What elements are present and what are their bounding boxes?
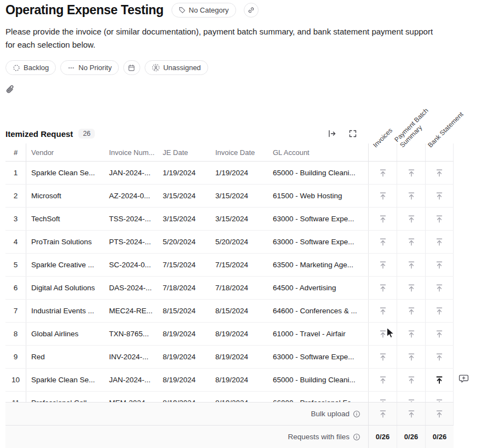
table-row: 8 Global Airlines TXN-8765... 8/19/2024 … xyxy=(5,323,454,346)
upload-bank-statement-button[interactable] xyxy=(425,323,454,345)
status-chip[interactable]: Backlog xyxy=(5,60,56,75)
table-row: 10 Sparkle Clean Se... JAN-2024-... 8/19… xyxy=(5,369,454,392)
table-row: 6 Digital Ad Solutions DAS-2024-... 7/18… xyxy=(5,277,454,300)
link-icon xyxy=(248,7,255,14)
upload-icon xyxy=(379,284,387,292)
bulk-upload-payment-batch-button[interactable] xyxy=(397,403,425,425)
cell-gl-account: 61000 - Travel - Airfair xyxy=(268,323,368,345)
upload-invoices-button[interactable] xyxy=(368,369,397,391)
cell-invoice-num: PTS-2024-... xyxy=(104,231,158,253)
cell-vendor: Sparkle Clean Se... xyxy=(26,369,104,391)
cell-invoice-num: TXN-8765... xyxy=(104,323,158,345)
upload-bank-statement-button[interactable] xyxy=(425,254,454,276)
cell-invoice-num: MEM-2024... xyxy=(104,392,158,402)
bulk-upload-label: Bulk upload xyxy=(311,410,350,418)
upload-invoices-button[interactable] xyxy=(368,346,397,368)
upload-payment-batch-button[interactable] xyxy=(397,208,425,230)
attach-file-button[interactable] xyxy=(5,85,15,95)
cell-invoice-date: 7/18/2024 xyxy=(210,277,268,299)
upload-icon xyxy=(435,376,444,384)
upload-payment-batch-button[interactable] xyxy=(397,323,425,345)
itemized-request-table: # Vendor Invoice Num... JE Date Invoice … xyxy=(5,143,454,448)
upload-column-header-spacer xyxy=(368,143,397,161)
upload-icon xyxy=(435,330,444,338)
table-actions xyxy=(328,129,357,138)
cell-gl-account: 65000 - Building Cleani... xyxy=(268,162,368,184)
cell-vendor: Sparkle Clean Se... xyxy=(26,162,104,184)
upload-invoices-button[interactable] xyxy=(368,208,397,230)
cell-gl-account: 66000 - Professional Fe... xyxy=(268,392,368,402)
upload-payment-batch-button[interactable] xyxy=(397,392,425,402)
bulk-upload-bank-statement-button[interactable] xyxy=(425,403,454,425)
cell-vendor: Professional Coll... xyxy=(26,392,104,402)
upload-icon xyxy=(407,238,416,246)
upload-icon xyxy=(379,410,387,418)
upload-icon xyxy=(435,307,444,315)
upload-icon xyxy=(407,307,416,315)
upload-icon xyxy=(379,399,387,403)
upload-payment-batch-button[interactable] xyxy=(397,346,425,368)
upload-payment-batch-button[interactable] xyxy=(397,254,425,276)
cell-invoice-num: MEC24-RE... xyxy=(104,300,158,322)
add-comment-icon xyxy=(459,374,469,384)
bulk-upload-label-wrap: Bulk upload xyxy=(5,403,368,425)
upload-invoices-button[interactable] xyxy=(368,300,397,322)
upload-payment-batch-button[interactable] xyxy=(397,300,425,322)
row-number: 6 xyxy=(5,277,26,299)
upload-invoices-button[interactable] xyxy=(368,254,397,276)
upload-bank-statement-button[interactable] xyxy=(425,369,454,391)
upload-payment-batch-button[interactable] xyxy=(397,369,425,391)
page-header: Operating Expense Testing No Category xyxy=(5,3,259,18)
upload-payment-batch-button[interactable] xyxy=(397,162,425,184)
upload-bank-statement-button[interactable] xyxy=(425,300,454,322)
upload-icon xyxy=(435,215,444,223)
upload-icon xyxy=(407,215,416,223)
upload-bank-statement-button[interactable] xyxy=(425,277,454,299)
upload-icon xyxy=(435,284,444,292)
copy-link-button[interactable] xyxy=(244,3,259,18)
upload-invoices-button[interactable] xyxy=(368,185,397,207)
invoices-file-count: 0/26 xyxy=(368,426,397,448)
category-label: No Category xyxy=(189,6,229,14)
open-side-panel-button[interactable] xyxy=(328,129,336,138)
row-count-badge: 26 xyxy=(78,129,95,139)
upload-bank-statement-button[interactable] xyxy=(425,392,454,402)
priority-chip[interactable]: No Priority xyxy=(60,60,119,75)
upload-bank-statement-button[interactable] xyxy=(425,346,454,368)
arrow-into-panel-icon xyxy=(328,129,336,138)
expand-table-button[interactable] xyxy=(348,129,357,138)
upload-invoices-button[interactable] xyxy=(368,277,397,299)
table-row: 11 Professional Coll... MEM-2024... 8/19… xyxy=(5,392,454,402)
upload-payment-batch-button[interactable] xyxy=(397,231,425,253)
cell-je-date: 5/20/2024 xyxy=(158,231,210,253)
add-comment-button[interactable] xyxy=(459,374,469,384)
date-chip[interactable] xyxy=(123,60,140,75)
info-circle-icon[interactable] xyxy=(353,433,360,441)
upload-payment-batch-button[interactable] xyxy=(397,185,425,207)
upload-invoices-button[interactable] xyxy=(368,323,397,345)
upload-payment-batch-button[interactable] xyxy=(397,277,425,299)
table-row: 4 ProTrain Solutions PTS-2024-... 5/20/2… xyxy=(5,231,454,254)
upload-invoices-button[interactable] xyxy=(368,231,397,253)
table-row: 5 Sparkle Creative ... SC-2024-0... 7/15… xyxy=(5,254,454,277)
upload-icon xyxy=(407,410,416,418)
upload-bank-statement-button[interactable] xyxy=(425,231,454,253)
upload-icon xyxy=(407,192,416,200)
upload-bank-statement-button[interactable] xyxy=(425,162,454,184)
assignee-chip[interactable]: Unassigned xyxy=(145,60,208,75)
column-header-gl-account: GL Account xyxy=(268,143,368,161)
info-circle-icon[interactable] xyxy=(353,410,360,418)
category-chip[interactable]: No Category xyxy=(171,3,236,18)
column-header-invoice-date: Invoice Date xyxy=(210,143,268,161)
bulk-upload-invoices-button[interactable] xyxy=(368,403,397,425)
row-number: 5 xyxy=(5,254,26,276)
unassigned-person-icon xyxy=(152,64,160,72)
upload-invoices-button[interactable] xyxy=(368,392,397,402)
upload-bank-statement-button[interactable] xyxy=(425,208,454,230)
cell-invoice-date: 3/15/2024 xyxy=(210,185,268,207)
upload-invoices-button[interactable] xyxy=(368,162,397,184)
upload-bank-statement-button[interactable] xyxy=(425,185,454,207)
table-row: 3 TechSoft TSS-2024-... 3/15/2024 3/15/2… xyxy=(5,208,454,231)
cell-je-date: 8/19/2024 xyxy=(158,346,210,368)
requests-with-files-row: Requests with files 0/26 0/26 0/26 xyxy=(5,425,454,448)
